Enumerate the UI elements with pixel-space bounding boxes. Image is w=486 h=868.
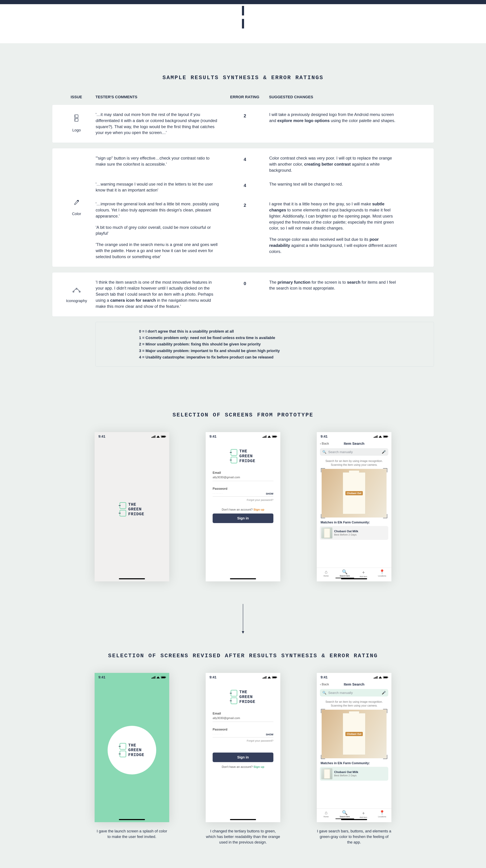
- col-header-issue: ISSUE: [57, 95, 95, 99]
- password-label: Password: [213, 487, 273, 491]
- signup-link[interactable]: Sign up: [253, 508, 264, 511]
- section-title-revised: SELECTION OF SCREENS REVISED AFTER RESUL…: [52, 653, 434, 659]
- plus-icon: ＋: [354, 810, 373, 816]
- signup-link[interactable]: Sign up: [253, 765, 264, 769]
- main-section: SAMPLE RESULTS SYNTHESIS & ERROR RATINGS…: [0, 43, 486, 868]
- status-time: 9:41: [209, 435, 217, 438]
- signin-button[interactable]: Sign in: [213, 752, 273, 762]
- issue-label: Iconography: [66, 298, 87, 304]
- matches-heading: Matches in Elk Farm Community:: [317, 758, 391, 767]
- home-indicator: [230, 578, 256, 579]
- error-rating: 0: [228, 279, 262, 310]
- logo-icon: [73, 115, 80, 125]
- decorative-dash: [242, 6, 244, 16]
- legend-line: 3 = Major usability problem: important t…: [139, 347, 428, 354]
- app-logo: THEGREENFRIDGE: [231, 690, 255, 704]
- search-icon: 🔍: [322, 450, 326, 454]
- forgot-password-link[interactable]: Forgot your password?: [213, 739, 273, 742]
- back-button[interactable]: ‹Back: [320, 682, 329, 686]
- forgot-password-link[interactable]: Forgot your password?: [213, 498, 273, 501]
- password-label: Password: [213, 728, 273, 732]
- tab-search[interactable]: 🔍Search item: [335, 809, 354, 819]
- signin-button[interactable]: Sign in: [213, 514, 273, 523]
- phone-signin-revised: 9:41 THEGREENFRIDGE Email ally3030@gmail…: [206, 673, 280, 822]
- svg-rect-4: [73, 291, 74, 292]
- tab-search[interactable]: 🔍Search item: [335, 568, 354, 578]
- error-rating: 4: [228, 155, 262, 173]
- show-password-button[interactable]: SHOW: [266, 733, 273, 736]
- email-field[interactable]: ally3030@gmail.com: [213, 716, 273, 722]
- home-indicator: [341, 819, 367, 820]
- plus-icon: ＋: [354, 569, 373, 575]
- match-item[interactable]: Chobani Oat MilkBest Before 2 Days: [320, 526, 388, 540]
- tester-comment: '"sign up" button is very effective…chec…: [96, 155, 228, 173]
- password-field[interactable]: ·······: [213, 733, 223, 736]
- screen-title: Item Search: [344, 441, 364, 446]
- home-indicator: [119, 578, 145, 579]
- status-icons: [263, 676, 277, 679]
- tab-locations[interactable]: 📍Locations: [373, 809, 392, 819]
- back-button[interactable]: ‹Back: [320, 442, 329, 445]
- caption-search: I gave search bars, buttons, and element…: [317, 829, 391, 845]
- pin-icon: 📍: [373, 810, 392, 815]
- camera-scan-frame[interactable]: Chobani Out: [322, 710, 387, 758]
- phone-search-original: 9:41 ‹Back Item Search 🔍 Search manually…: [317, 432, 391, 581]
- suggested-change: Color contrast check was very poor. I wi…: [262, 155, 398, 173]
- phone-launch-original: 9:41 THEGREENFRIDGE: [95, 432, 169, 581]
- home-indicator: [341, 578, 367, 579]
- status-icons: [374, 676, 388, 679]
- search-input[interactable]: 🔍 Search manually 🎤: [320, 689, 388, 696]
- tester-comment: '…it may stand out more from the rest of…: [96, 112, 228, 136]
- col-header-comments: TESTER'S COMMENTS: [95, 95, 227, 99]
- signup-prompt: Don't have an account? Sign up: [213, 765, 273, 769]
- email-label: Email: [213, 712, 273, 715]
- status-time: 9:41: [98, 435, 105, 438]
- search-description: Search for an item by using image recogn…: [317, 458, 391, 469]
- app-logo: THEGREENFRIDGE: [120, 743, 144, 757]
- top-bar: [0, 0, 486, 4]
- matches-heading: Matches in Elk Farm Community:: [317, 518, 391, 526]
- app-logo: THEGREENFRIDGE: [231, 449, 255, 463]
- status-icons: [152, 435, 165, 438]
- tab-home[interactable]: ⌂Home: [317, 568, 335, 578]
- search-description: Search for an item by using image recogn…: [317, 699, 391, 710]
- tab-locations[interactable]: 📍Locations: [373, 568, 392, 578]
- status-icons: [152, 676, 165, 679]
- tab-add[interactable]: ＋Add item: [354, 809, 373, 819]
- home-icon: ⌂: [317, 810, 335, 815]
- email-field[interactable]: ally3030@gmail.com: [213, 476, 273, 481]
- camera-scan-frame[interactable]: Chobani Out: [322, 469, 387, 518]
- revised-screens-row: 9:41 THEGREENFRIDGE I gave the launch sc…: [52, 673, 434, 845]
- tab-add[interactable]: ＋Add item: [354, 568, 373, 578]
- chevron-left-icon: ‹: [320, 682, 321, 686]
- col-header-rating: ERROR RATING: [227, 95, 262, 99]
- issue-card-logo: Logo '…it may stand out more from the re…: [52, 104, 434, 143]
- issue-label: Color: [72, 211, 81, 217]
- phone-search-revised: 9:41 ‹Back Item Search 🔍 Search manually…: [317, 673, 391, 822]
- tester-comment: 'I think the item search is one of the m…: [96, 279, 228, 310]
- section-arrow: [52, 592, 434, 653]
- svg-rect-6: [76, 288, 77, 289]
- show-password-button[interactable]: SHOW: [266, 492, 273, 495]
- phone-launch-revised: 9:41 THEGREENFRIDGE: [95, 673, 169, 822]
- home-indicator: [119, 819, 145, 820]
- rating-legend: 0 = I don't agree that this is a usabili…: [95, 322, 434, 367]
- legend-line: 4 = Usability catastrophe: imperative to…: [139, 354, 428, 361]
- mic-icon[interactable]: 🎤: [382, 450, 386, 454]
- status-time: 9:41: [321, 435, 327, 438]
- tab-home[interactable]: ⌂Home: [317, 809, 335, 819]
- password-field[interactable]: ·······: [213, 492, 223, 495]
- legend-line: 2 = Minor usability problem: fixing this…: [139, 341, 428, 347]
- eyedropper-icon: [73, 198, 80, 208]
- email-label: Email: [213, 471, 273, 475]
- match-item[interactable]: Chobani Oat MilkBest Before 2 Days: [320, 767, 388, 781]
- tab-bar: ⌂Home 🔍Search item ＋Add item 📍Locations: [317, 808, 391, 819]
- search-input[interactable]: 🔍 Search manually 🎤: [320, 448, 388, 456]
- legend-line: 1 = Cosmetic problem only: need not be f…: [139, 335, 428, 341]
- error-rating: 2: [228, 201, 262, 260]
- mic-icon[interactable]: 🎤: [382, 691, 386, 695]
- section-title-prototype: SELECTION OF SCREENS FROM PROTOTYPE: [52, 412, 434, 418]
- top-spacer: [0, 4, 486, 43]
- home-indicator: [230, 819, 256, 820]
- suggested-change: I will take a previously designed logo f…: [262, 112, 398, 136]
